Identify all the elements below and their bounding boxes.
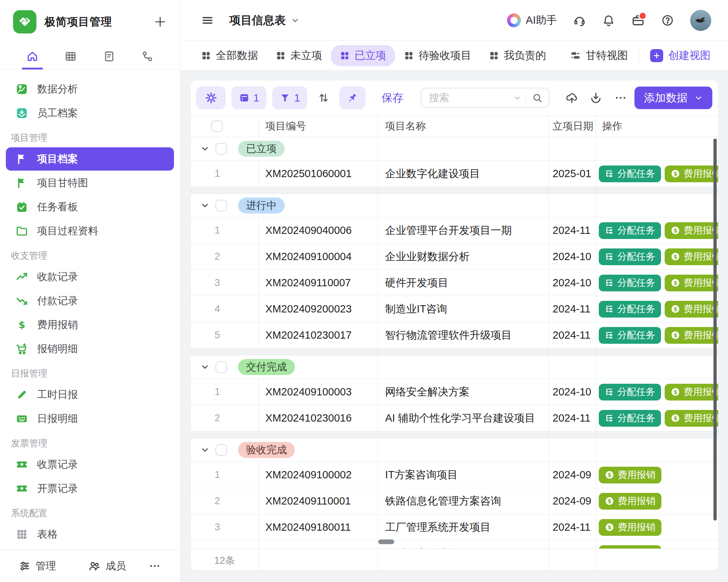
expense-claim-button[interactable]: $费用报销	[665, 248, 718, 265]
group-select-checkbox[interactable]	[215, 361, 227, 373]
collapse-chevron-icon[interactable]	[200, 201, 210, 210]
dollar-badge-icon: $	[670, 387, 680, 397]
assign-task-button[interactable]: 分配任务	[599, 384, 661, 400]
fields-config-button[interactable]: 1	[232, 86, 266, 109]
assign-task-button[interactable]: 分配任务	[599, 222, 661, 239]
expense-claim-button[interactable]: $费用报销	[599, 519, 661, 536]
settings-gear-button[interactable]	[196, 86, 226, 109]
sidebar-item-数据分析[interactable]: ¥数据分析	[6, 77, 174, 101]
expense-claim-button[interactable]: $费用报销	[599, 545, 661, 549]
assign-task-button[interactable]: 分配任务	[599, 301, 661, 318]
workbench-briefcase-icon[interactable]	[631, 13, 645, 27]
sidebar-item-任务看板[interactable]: 任务看板	[6, 195, 174, 219]
sidebar-item-收票记录[interactable]: 收票记录	[6, 453, 174, 476]
sidebar-item-报销明细[interactable]: 报销明细	[6, 337, 174, 360]
assign-task-button[interactable]: 分配任务	[599, 166, 661, 182]
view-tab-全部数据[interactable]: 全部数据	[201, 48, 258, 63]
sidebar-item-员工档案[interactable]: 员工档案	[6, 101, 174, 125]
tab-gantt-view[interactable]: 甘特视图	[570, 48, 628, 63]
row-actions-cell: 分配任务$费用报销	[596, 161, 718, 187]
action-button-label: 费用报销	[684, 329, 718, 342]
ai-assistant-button[interactable]: AI助手	[507, 13, 557, 28]
notifications-bell-icon[interactable]	[602, 14, 615, 27]
sidebar-item-日报明细[interactable]: 日报明细	[6, 407, 174, 430]
hamburger-menu-button[interactable]	[201, 14, 214, 27]
filter-button[interactable]: 1	[272, 86, 307, 109]
svg-text:$: $	[673, 389, 677, 395]
expense-claim-button[interactable]: $费用报销	[665, 384, 718, 400]
add-workspace-button[interactable]	[154, 15, 167, 28]
dollar-badge-icon: $	[670, 226, 680, 235]
export-download-icon[interactable]	[589, 91, 602, 104]
flow-icon	[141, 50, 154, 63]
members-button[interactable]: 成员	[88, 559, 126, 573]
sidebar-item-项目甘特图[interactable]: 项目甘特图	[6, 171, 174, 195]
assign-task-button[interactable]: 分配任务	[599, 327, 661, 344]
sidebar-item-项目过程资料[interactable]: 项目过程资料	[6, 219, 174, 243]
vertical-scrollbar[interactable]	[713, 139, 717, 521]
start-date-cell: 2024-11	[549, 296, 596, 322]
save-button[interactable]: 保存	[381, 91, 403, 105]
select-all-checkbox[interactable]	[211, 120, 223, 132]
view-tab-未立项[interactable]: 未立项	[276, 48, 322, 63]
create-view-button[interactable]: 创建视图	[650, 48, 711, 63]
sidebar-tab-document[interactable]	[90, 44, 128, 69]
expense-claim-button[interactable]: $费用报销	[665, 166, 718, 182]
expense-claim-button[interactable]: $费用报销	[665, 410, 718, 427]
sort-button[interactable]	[317, 92, 330, 104]
start-date-cell: 2025-01	[549, 161, 596, 187]
assign-task-button[interactable]: 分配任务	[599, 410, 661, 427]
group-select-checkbox[interactable]	[215, 444, 227, 456]
group-select-checkbox[interactable]	[215, 200, 227, 211]
expense-claim-button[interactable]: $费用报销	[599, 467, 661, 483]
headset-support-icon[interactable]	[573, 14, 586, 27]
search-scope-chevron-icon[interactable]	[513, 94, 521, 102]
horizontal-scrollbar[interactable]	[378, 539, 394, 544]
expense-claim-button[interactable]: $费用报销	[665, 222, 718, 239]
expense-claim-button[interactable]: $费用报销	[599, 493, 661, 510]
search-input[interactable]	[422, 92, 513, 104]
expense-claim-button[interactable]: $费用报销	[665, 327, 718, 344]
collapse-chevron-icon[interactable]	[200, 144, 210, 154]
expense-claim-button[interactable]: $费用报销	[665, 301, 718, 318]
pin-button[interactable]	[339, 86, 365, 109]
help-icon[interactable]	[661, 14, 674, 27]
import-upload-icon[interactable]	[565, 91, 578, 104]
sidebar-tab-home[interactable]	[13, 44, 52, 69]
view-tab-已立项[interactable]: 已立项	[331, 45, 395, 66]
view-tabs-list: 全部数据未立项已立项待验收项目我负责的	[201, 45, 563, 66]
sidebar-item-流程[interactable]: 流程	[6, 547, 174, 550]
collapse-chevron-icon[interactable]	[200, 445, 210, 455]
view-tab-待验收项目[interactable]: 待验收项目	[404, 48, 471, 63]
collapse-chevron-icon[interactable]	[200, 362, 210, 372]
sidebar-more-button[interactable]	[149, 560, 161, 572]
sidebar-item-工时日报[interactable]: 工时日报	[6, 383, 174, 406]
expense-claim-button[interactable]: $费用报销	[665, 275, 718, 291]
search-icon[interactable]	[526, 92, 549, 103]
group-select-checkbox[interactable]	[215, 143, 227, 155]
user-avatar[interactable]	[690, 10, 711, 31]
action-button-label: 费用报销	[684, 250, 718, 263]
sidebar-tab-flow[interactable]	[128, 44, 167, 69]
table-row: 1XM202409040006企业管理平台开发项目一期2024-11分配任务$费…	[191, 218, 718, 244]
action-button-label: 分配任务	[617, 412, 655, 424]
sidebar-item-收款记录[interactable]: 收款记录	[6, 265, 174, 288]
sidebar-item-项目档案[interactable]: 项目档案	[6, 147, 174, 171]
sidebar-item-付款记录[interactable]: 付款记录	[6, 289, 174, 312]
view-tab-我负责的[interactable]: 我负责的	[489, 48, 546, 63]
assign-task-button[interactable]: 分配任务	[599, 275, 661, 291]
more-actions-icon[interactable]	[614, 91, 627, 104]
table-body: 已立项1XM202501060001企业数字化建设项目2025-01分配任务$费…	[191, 137, 718, 549]
project-code-cell: XM202410230017	[258, 322, 377, 348]
top-header: 项目信息表 AI助手	[181, 0, 728, 41]
manage-button[interactable]: 管理	[19, 559, 56, 573]
assign-task-button[interactable]: 分配任务	[599, 248, 661, 265]
project-name-cell: 工厂管理系统开发项目	[377, 514, 549, 540]
sidebar-item-label: 任务看板	[37, 200, 78, 214]
sidebar-item-费用报销[interactable]: $费用报销	[6, 313, 174, 336]
add-data-button[interactable]: 添加数据	[634, 87, 712, 109]
sidebar-item-表格[interactable]: 表格	[6, 523, 174, 546]
sidebar-tab-grid-table[interactable]	[52, 44, 90, 69]
page-title-dropdown[interactable]: 项目信息表	[229, 13, 300, 28]
sidebar-item-开票记录[interactable]: 开票记录	[6, 477, 174, 500]
